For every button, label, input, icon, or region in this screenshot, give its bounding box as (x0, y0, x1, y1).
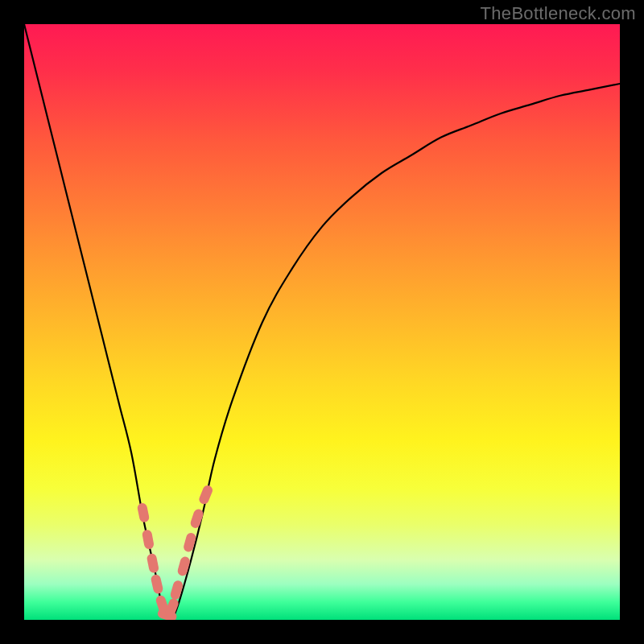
chart-svg (24, 24, 620, 620)
data-marker (142, 529, 155, 550)
data-marker (150, 574, 163, 595)
data-marker (147, 553, 159, 574)
data-marker (198, 484, 214, 506)
chart-frame: TheBottleneck.com (0, 0, 644, 644)
watermark-text: TheBottleneck.com (481, 3, 636, 24)
data-marker (137, 502, 151, 523)
plot-area (24, 24, 620, 620)
bottleneck-curve (24, 24, 620, 619)
marker-group (137, 484, 214, 620)
